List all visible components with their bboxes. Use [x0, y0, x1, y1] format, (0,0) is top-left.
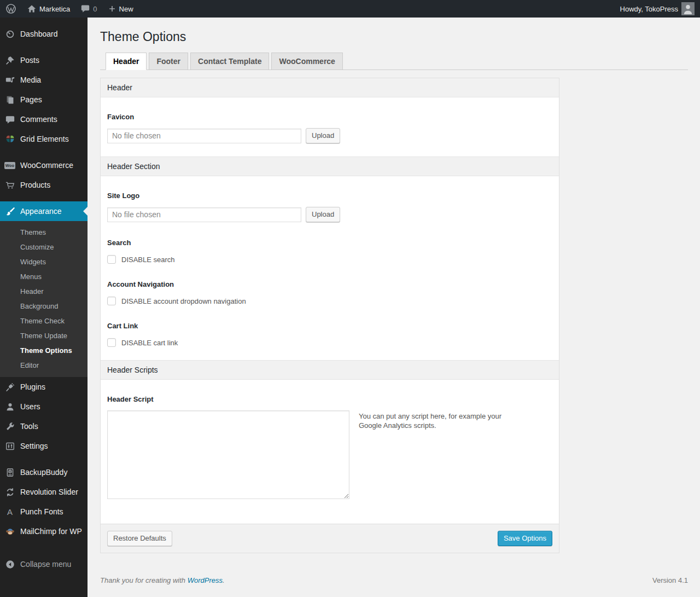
comment-bubble-icon [4, 114, 15, 125]
admin-bar: Marketica 0 New Howdy, TokoPress [0, 0, 700, 18]
header-script-label: Header Script [107, 395, 552, 403]
section-body-header-scripts: Header Script You can put any script her… [101, 380, 559, 524]
menu-separator [0, 195, 88, 201]
user-icon [4, 401, 15, 412]
sidebar-item-label: Comments [20, 114, 57, 124]
tab-footer[interactable]: Footer [149, 53, 188, 70]
sidebar-item-label: Users [20, 402, 40, 411]
sidebar-item-label: Media [20, 75, 41, 85]
brush-icon [4, 206, 15, 217]
submenu-item-themes[interactable]: Themes [0, 225, 88, 240]
sidebar-item-media[interactable]: Media [0, 70, 88, 90]
sidebar-item-pages[interactable]: Pages [0, 90, 88, 109]
account-menu[interactable]: Howdy, TokoPress [615, 0, 700, 18]
tab-woocommerce[interactable]: WooCommerce [271, 53, 342, 70]
sidebar-item-label: Collapse menu [20, 559, 71, 569]
submenu-item-theme-update[interactable]: Theme Update [0, 328, 88, 343]
wrench-icon [4, 421, 15, 432]
disable-account-nav-checkbox[interactable] [107, 297, 116, 305]
sidebar-item-dashboard[interactable]: Dashboard [0, 24, 88, 44]
section-header-header-section: Header Section [101, 157, 559, 176]
main-content: Theme Options Header Footer Contact Temp… [88, 18, 700, 597]
disable-cart-link-checkbox-label[interactable]: DISABLE cart link [121, 339, 178, 347]
disable-cart-link-checkbox[interactable] [107, 338, 116, 347]
sidebar-item-punch-fonts[interactable]: A Punch Fonts [0, 502, 88, 521]
disable-search-checkbox-label[interactable]: DISABLE search [121, 256, 175, 264]
sidebar-item-plugins[interactable]: Plugins [0, 377, 88, 397]
wordpress-menu[interactable] [0, 0, 22, 18]
submenu-item-widgets[interactable]: Widgets [0, 254, 88, 269]
sidebar-item-label: Tools [20, 421, 38, 431]
page-title: Theme Options [100, 18, 688, 53]
submenu-item-customize[interactable]: Customize [0, 240, 88, 254]
footer-thanks-suffix: . [223, 576, 225, 584]
disable-cart-link-row: DISABLE cart link [107, 338, 552, 347]
section-body-header: Favicon Upload [101, 97, 559, 157]
pages-icon [4, 94, 15, 105]
menu-separator [0, 456, 88, 462]
submenu-item-header[interactable]: Header [0, 284, 88, 299]
collapse-menu-button[interactable]: Collapse menu [0, 554, 88, 574]
submenu-item-theme-check[interactable]: Theme Check [0, 314, 88, 328]
sidebar-item-label: Punch Fonts [20, 507, 63, 517]
sidebar-item-users[interactable]: Users [0, 397, 88, 416]
submenu-item-background[interactable]: Background [0, 299, 88, 314]
sidebar-item-label: Grid Elements [20, 134, 69, 144]
submenu-item-theme-options[interactable]: Theme Options [0, 343, 88, 358]
panel-footer: Restore Defaults Save Options [101, 524, 559, 553]
disable-search-checkbox[interactable] [107, 255, 116, 264]
sidebar-item-posts[interactable]: Posts [0, 50, 88, 70]
sidebar-item-comments[interactable]: Comments [0, 109, 88, 129]
restore-defaults-button[interactable]: Restore Defaults [107, 531, 172, 546]
sidebar-item-revolution-slider[interactable]: Revolution Slider [0, 482, 88, 502]
sidebar-item-grid-elements[interactable]: Grid Elements [0, 129, 88, 149]
favicon-upload-button[interactable]: Upload [306, 128, 340, 143]
monkey-icon [4, 526, 15, 537]
header-script-textarea[interactable] [107, 410, 349, 499]
sidebar-item-label: Revolution Slider [20, 487, 78, 497]
menu-separator [0, 44, 88, 50]
plus-icon [108, 5, 116, 13]
favicon-upload-row: Upload [107, 128, 552, 143]
dashboard-icon [4, 28, 15, 39]
disable-search-row: DISABLE search [107, 255, 552, 264]
woo-badge-icon: Woo [4, 160, 15, 171]
disable-account-nav-checkbox-label[interactable]: DISABLE account dropdown navigation [121, 297, 246, 305]
version-text: Version 4.1 [652, 576, 688, 584]
site-name: Marketica [39, 5, 70, 13]
account-navigation-label: Account Navigation [107, 280, 552, 288]
sidebar-item-woocommerce[interactable]: Woo WooCommerce [0, 155, 88, 175]
admin-bar-right: Howdy, TokoPress [615, 0, 700, 18]
comments-count: 0 [93, 5, 97, 13]
section-body-header-section: Site Logo Upload Search DISABLE search A… [101, 176, 559, 360]
new-label: New [119, 5, 133, 13]
sidebar-item-backupbuddy[interactable]: BackupBuddy [0, 462, 88, 482]
footer-thanks: Thank you for creating with WordPress. [100, 576, 225, 584]
site-link[interactable]: Marketica [22, 0, 75, 18]
sidebar-item-mailchimp[interactable]: MailChimp for WP [0, 521, 88, 541]
wordpress-link[interactable]: WordPress [188, 576, 223, 584]
tab-header[interactable]: Header [106, 53, 147, 70]
cart-icon [4, 179, 15, 190]
new-content-button[interactable]: New [103, 0, 139, 18]
submenu-item-menus[interactable]: Menus [0, 269, 88, 284]
menu-separator [0, 149, 88, 155]
appearance-submenu: Themes Customize Widgets Menus Header Ba… [0, 221, 88, 377]
admin-sidebar: Dashboard Posts [0, 18, 88, 597]
comments-shortcut[interactable]: 0 [75, 0, 102, 18]
sidebar-item-appearance[interactable]: Appearance [0, 201, 88, 221]
submenu-item-editor[interactable]: Editor [0, 358, 88, 373]
save-options-button[interactable]: Save Options [498, 531, 552, 546]
page-footer: Thank you for creating with WordPress. V… [100, 576, 688, 584]
header-script-help-text: You can put any script here, for example… [359, 411, 526, 430]
sidebar-item-products[interactable]: Products [0, 175, 88, 195]
sidebar-item-tools[interactable]: Tools [0, 416, 88, 436]
tab-bar: Header Footer Contact Template WooCommer… [100, 53, 688, 70]
home-icon [27, 4, 36, 13]
section-header-header-scripts: Header Scripts [101, 360, 559, 380]
sidebar-item-settings[interactable]: Settings [0, 436, 88, 456]
favicon-file-input[interactable] [107, 129, 301, 143]
tab-contact-template[interactable]: Contact Template [190, 53, 269, 70]
site-logo-file-input[interactable] [107, 207, 301, 222]
site-logo-upload-button[interactable]: Upload [306, 207, 340, 222]
